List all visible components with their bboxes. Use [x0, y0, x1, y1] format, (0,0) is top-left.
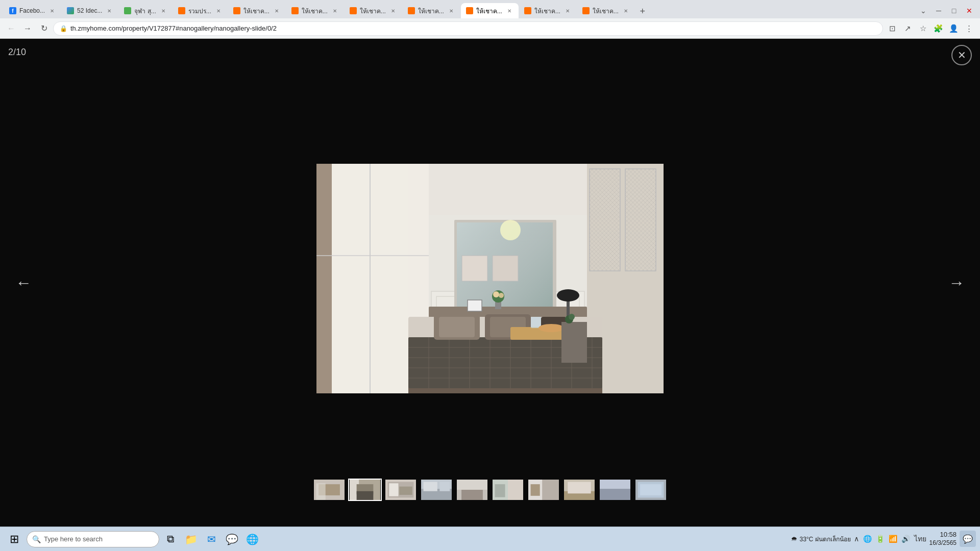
notification-button[interactable]: 💬 [960, 531, 976, 547]
tab-5[interactable]: ให้เชาค... ✕ [228, 3, 286, 18]
volume-icon[interactable]: 🔊 [901, 535, 910, 543]
tab-close-6[interactable]: ✕ [331, 7, 339, 15]
minimize-button[interactable]: ─ [932, 4, 945, 17]
thumb-6-art [492, 480, 524, 500]
extensions-button[interactable]: 🧩 [931, 21, 945, 36]
tab-label-5: ให้เชาค... [243, 6, 270, 16]
tab-4[interactable]: รวมปร... ✕ [173, 3, 228, 18]
mail-button[interactable]: ✉ [202, 530, 220, 548]
weather-text: 33°C ฝนตกเล็กน้อย [799, 534, 850, 544]
tab-3[interactable]: จุฬา สุ... ✕ [119, 3, 172, 18]
back-button[interactable]: ← [4, 21, 18, 36]
tab-close-10[interactable]: ✕ [564, 7, 572, 15]
forward-button[interactable]: → [20, 21, 35, 36]
svg-rect-89 [600, 480, 630, 489]
tab-7[interactable]: ให้เชาค... ✕ [345, 3, 402, 18]
arrow-left-icon: ← [15, 273, 32, 292]
network-icon[interactable]: 🌐 [863, 535, 872, 543]
clock-time: 10:58 [929, 531, 957, 539]
svg-rect-93 [640, 484, 662, 495]
tab-label-7: ให้เชาค... [360, 6, 386, 16]
tab-dropdown-button[interactable]: ⌄ [917, 4, 930, 17]
tab-gdrive[interactable]: 52 Idec... ✕ [62, 3, 118, 18]
next-arrow-button[interactable]: → [938, 263, 975, 303]
search-placeholder-text: Type here to search [44, 535, 103, 543]
file-explorer-button[interactable]: 📁 [182, 530, 200, 548]
tab-11[interactable]: ให้เชาค... ✕ [577, 3, 635, 18]
thumbnail-1[interactable] [312, 479, 346, 501]
start-button[interactable]: ⊞ [4, 529, 24, 549]
system-icons: ∧ 🌐 🔋 📶 🔊 ไทย [854, 533, 926, 544]
address-bar: ← → ↻ 🔒 th.zmyhome.com/property/V172877#… [0, 18, 980, 39]
new-tab-button[interactable]: + [635, 4, 650, 18]
thumbnail-10[interactable] [634, 479, 668, 501]
tab-close-4[interactable]: ✕ [214, 7, 223, 15]
more-button[interactable]: ⋮ [962, 21, 976, 36]
url-bar[interactable]: 🔒 th.zmyhome.com/property/V172877#nanoga… [53, 21, 883, 36]
lang-indicator[interactable]: ไทย [914, 533, 926, 544]
tab-8[interactable]: ให้เชาค... ✕ [403, 3, 460, 18]
thumbnail-6[interactable] [491, 479, 525, 501]
screen-cast-button[interactable]: ⊡ [885, 21, 899, 36]
svg-rect-84 [531, 484, 540, 496]
system-clock[interactable]: 10:58 16/3/2565 [929, 531, 957, 547]
task-view-icon: ⧉ [167, 533, 174, 545]
line-button[interactable]: 💬 [223, 530, 241, 548]
browser-frame: f Facebo... ✕ 52 Idec... ✕ จุฬา สุ... ✕ … [0, 0, 980, 551]
arrow-right-icon: → [948, 273, 965, 292]
thumbnail-9[interactable] [598, 479, 632, 501]
favicon-facebook: f [9, 7, 16, 14]
favicon-gdrive [67, 7, 74, 14]
url-text: th.zmyhome.com/property/V172877#nanogall… [70, 24, 876, 32]
thumbnail-2[interactable] [348, 479, 382, 501]
security-icon: 🔒 [60, 25, 67, 32]
profile-button[interactable]: 👤 [946, 21, 961, 36]
bookmark-button[interactable]: ☆ [916, 21, 930, 36]
prev-arrow-button[interactable]: ← [5, 263, 42, 303]
share-button[interactable]: ↗ [900, 21, 915, 36]
thumbnail-5[interactable] [455, 479, 489, 501]
taskbar: ⊞ 🔍 Type here to search ⧉ 📁 ✉ 💬 🌐 [0, 527, 980, 551]
svg-point-48 [538, 324, 564, 332]
thumbnail-8[interactable] [562, 479, 596, 501]
tab-label-facebook: Facebo... [19, 7, 45, 14]
svg-rect-76 [461, 490, 483, 500]
tab-close-gdrive[interactable]: ✕ [105, 7, 113, 15]
svg-rect-61 [316, 483, 326, 500]
close-icon: ✕ [958, 49, 966, 61]
search-icon: 🔍 [32, 535, 41, 543]
chevron-up-icon[interactable]: ∧ [854, 535, 859, 543]
tab-close-3[interactable]: ✕ [159, 7, 167, 15]
reload-button[interactable]: ↻ [37, 21, 51, 36]
thumb-10-art [635, 480, 667, 500]
tab-close-9[interactable]: ✕ [505, 7, 513, 15]
taskbar-search-bar[interactable]: 🔍 Type here to search [27, 531, 159, 547]
gallery-close-button[interactable]: ✕ [951, 45, 972, 65]
notification-icon: 💬 [963, 534, 973, 544]
tab-close-facebook[interactable]: ✕ [48, 7, 56, 15]
thumbnail-3[interactable] [384, 479, 418, 501]
tab-facebook[interactable]: f Facebo... ✕ [4, 3, 61, 18]
tab-6[interactable]: ให้เชาค... ✕ [286, 3, 344, 18]
svg-rect-49 [561, 322, 587, 363]
maximize-button[interactable]: □ [947, 4, 961, 17]
tab-close-11[interactable]: ✕ [622, 7, 630, 15]
gallery-viewer: 2/10 ✕ ← → [0, 39, 980, 527]
tab-close-8[interactable]: ✕ [447, 7, 455, 15]
tab-label-11: ให้เชาค... [593, 6, 619, 16]
tab-9-active[interactable]: ให้เชาค... ✕ [461, 3, 519, 18]
window-close-button[interactable]: ✕ [963, 4, 976, 17]
tab-label-6: ให้เชาค... [302, 6, 328, 16]
wifi-icon[interactable]: 📶 [889, 535, 897, 543]
battery-icon[interactable]: 🔋 [876, 535, 885, 543]
svg-rect-79 [508, 480, 523, 500]
folder-icon: 📁 [185, 533, 198, 545]
task-view-button[interactable]: ⧉ [161, 530, 180, 548]
tab-close-5[interactable]: ✕ [273, 7, 281, 15]
bedroom-artwork [316, 164, 664, 393]
tab-close-7[interactable]: ✕ [389, 7, 397, 15]
thumbnail-4[interactable] [420, 479, 453, 501]
thumbnail-7[interactable] [527, 479, 560, 501]
tab-10[interactable]: ให้เชาค... ✕ [519, 3, 577, 18]
chrome-button[interactable]: 🌐 [243, 530, 261, 548]
